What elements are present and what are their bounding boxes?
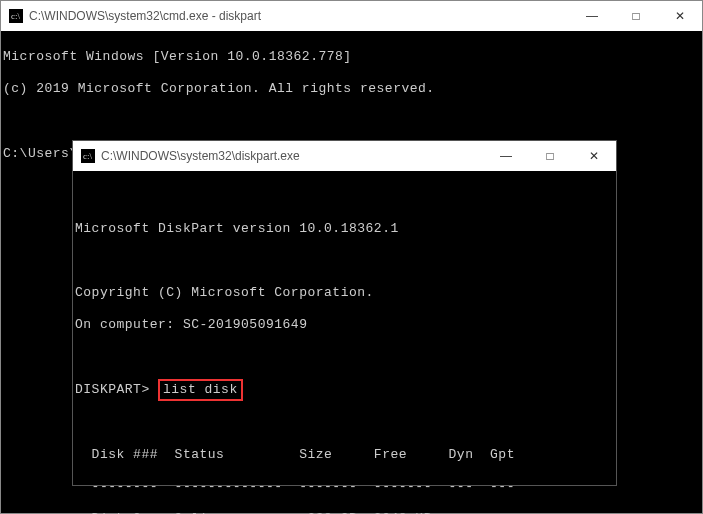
terminal-line: On computer: SC-201905091649 [75,317,616,333]
diskpart-terminal[interactable]: Microsoft DiskPart version 10.0.18362.1 … [73,171,616,485]
close-icon: ✕ [589,149,599,163]
highlight-list-disk: list disk [158,379,243,401]
maximize-button[interactable]: □ [614,1,658,31]
close-icon: ✕ [675,9,685,23]
cmd-line: (c) 2019 Microsoft Corporation. All righ… [3,81,702,97]
table-header: Disk ### Status Size Free Dyn Gpt [75,447,616,463]
svg-text:c:\: c:\ [11,11,20,21]
terminal-line [75,253,616,269]
cmd-titlebar[interactable]: c:\ C:\WINDOWS\system32\cmd.exe - diskpa… [1,1,702,31]
close-button[interactable]: ✕ [658,1,702,31]
minimize-icon: — [500,149,512,163]
table-separator: -------- ------------- ------- ------- -… [75,479,616,495]
diskpart-prompt: DISKPART> [75,382,158,397]
maximize-icon: □ [546,149,553,163]
terminal-line: Microsoft DiskPart version 10.0.18362.1 [75,221,616,237]
diskpart-window-controls: — □ ✕ [484,141,616,171]
diskpart-title: C:\WINDOWS\system32\diskpart.exe [101,149,484,163]
diskpart-icon: c:\ [81,149,95,163]
minimize-icon: — [586,9,598,23]
cmd-window-controls: — □ ✕ [570,1,702,31]
diskpart-input-text: list disk [163,382,238,397]
terminal-line [75,189,616,205]
minimize-button[interactable]: — [570,1,614,31]
cmd-line: Microsoft Windows [Version 10.0.18362.77… [3,49,702,65]
terminal-line: Copyright (C) Microsoft Corporation. [75,285,616,301]
cmd-line [3,113,702,129]
terminal-line [75,415,616,431]
diskpart-titlebar[interactable]: c:\ C:\WINDOWS\system32\diskpart.exe — □… [73,141,616,171]
cmd-icon: c:\ [9,9,23,23]
maximize-button[interactable]: □ [528,141,572,171]
maximize-icon: □ [632,9,639,23]
minimize-button[interactable]: — [484,141,528,171]
close-button[interactable]: ✕ [572,141,616,171]
cmd-title: C:\WINDOWS\system32\cmd.exe - diskpart [29,9,570,23]
diskpart-window: c:\ C:\WINDOWS\system32\diskpart.exe — □… [72,140,617,486]
terminal-line [75,349,616,365]
svg-text:c:\: c:\ [83,151,92,161]
diskpart-prompt-line: DISKPART> list disk [75,381,616,399]
